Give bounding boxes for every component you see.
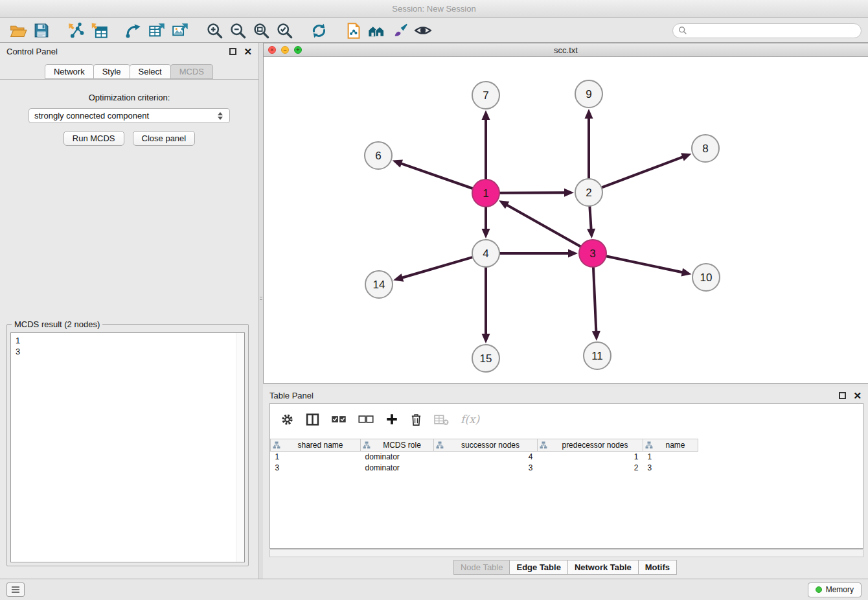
tab-node-table[interactable]: Node Table bbox=[453, 560, 510, 575]
duplicate-network-button[interactable] bbox=[341, 20, 365, 41]
close-table-panel-icon[interactable]: ✕ bbox=[853, 391, 862, 400]
graph-edge-1-2[interactable] bbox=[500, 192, 566, 193]
close-panel-button[interactable]: Close panel bbox=[133, 131, 196, 146]
create-column-button[interactable] bbox=[385, 413, 398, 426]
refresh-view-button[interactable] bbox=[307, 20, 330, 41]
window-titlebar[interactable]: Session: New Session bbox=[0, 0, 868, 18]
graph-node-11[interactable]: 11 bbox=[584, 342, 611, 369]
graph-edge-4-14[interactable] bbox=[401, 257, 472, 278]
search-input[interactable] bbox=[691, 26, 856, 36]
graph-edge-1-6[interactable] bbox=[400, 163, 472, 189]
control-panel: Control Panel ✕ NetworkStyleSelectMCDS O… bbox=[0, 43, 259, 579]
show-graphics-details-button[interactable] bbox=[411, 20, 435, 41]
float-table-panel-icon[interactable] bbox=[839, 392, 846, 399]
zoom-fit-button[interactable] bbox=[249, 20, 273, 41]
first-neighbors-button[interactable] bbox=[365, 20, 388, 41]
network-window-titlebar[interactable]: scc.txt × – + bbox=[264, 43, 868, 57]
mcds-result-box: MCDS result (2 nodes) 13 bbox=[6, 319, 249, 566]
table-toolbar: f(x) bbox=[270, 404, 863, 435]
unselect-all-columns-button[interactable] bbox=[358, 415, 374, 424]
table-row[interactable]: 1dominator411 bbox=[271, 452, 698, 463]
graph-node-3[interactable]: 3 bbox=[579, 240, 606, 267]
tab-network-table[interactable]: Network Table bbox=[567, 560, 639, 575]
graph-edge-2-8[interactable] bbox=[602, 156, 685, 187]
result-scrollbar-track[interactable] bbox=[236, 333, 244, 562]
graph-node-7[interactable]: 7 bbox=[472, 82, 499, 109]
column-header-predecessor-nodes[interactable]: predecessor nodes bbox=[538, 439, 643, 452]
graph-edge-3-1[interactable] bbox=[505, 204, 580, 246]
minimize-window-icon[interactable]: – bbox=[281, 46, 289, 54]
memory-button[interactable]: Memory bbox=[808, 583, 862, 597]
export-table-button[interactable] bbox=[145, 20, 168, 41]
tab-style[interactable]: Style bbox=[93, 64, 130, 79]
cell-name[interactable]: 1 bbox=[643, 452, 698, 463]
graph-node-15[interactable]: 15 bbox=[472, 345, 499, 372]
close-window-icon[interactable]: × bbox=[268, 46, 276, 54]
graph-edge-arrowhead bbox=[587, 229, 595, 238]
tab-mcds[interactable]: MCDS bbox=[170, 64, 213, 79]
open-session-button[interactable] bbox=[6, 20, 30, 41]
tab-network[interactable]: Network bbox=[45, 64, 94, 79]
graph-node-4[interactable]: 4 bbox=[472, 240, 499, 267]
graph-edge-3-11[interactable] bbox=[593, 268, 596, 333]
zoom-out-button[interactable] bbox=[226, 20, 249, 41]
search-field[interactable] bbox=[672, 23, 862, 38]
float-panel-icon[interactable] bbox=[229, 48, 236, 55]
graph-node-label: 11 bbox=[591, 350, 603, 362]
graph-node-9[interactable]: 9 bbox=[575, 80, 602, 108]
delete-column-button[interactable] bbox=[410, 413, 422, 426]
graph-edge-arrowhead bbox=[482, 110, 490, 120]
cell-predecessor-nodes[interactable]: 2 bbox=[538, 463, 643, 474]
table-settings-button[interactable] bbox=[280, 413, 294, 426]
close-panel-icon[interactable]: ✕ bbox=[244, 47, 252, 56]
export-image-button[interactable] bbox=[168, 20, 192, 41]
graph-node-8[interactable]: 8 bbox=[692, 135, 719, 162]
column-header-successor-nodes[interactable]: successor nodes bbox=[434, 439, 538, 452]
column-header-mcds-role[interactable]: MCDS role bbox=[361, 439, 434, 452]
network-canvas[interactable]: 7968124314101511 bbox=[264, 58, 868, 384]
import-table-button[interactable] bbox=[87, 20, 111, 41]
function-builder-button[interactable]: f(x) bbox=[461, 413, 479, 426]
table-row[interactable]: 3dominator323 bbox=[271, 463, 698, 474]
graph-node-6[interactable]: 6 bbox=[365, 142, 392, 169]
save-session-button[interactable] bbox=[30, 20, 53, 41]
optimization-dropdown[interactable]: strongly connected component bbox=[29, 108, 230, 123]
delete-table-button[interactable] bbox=[434, 413, 449, 426]
export-network-button[interactable] bbox=[122, 20, 145, 41]
zoom-window-icon[interactable]: + bbox=[294, 46, 302, 54]
cell-successor-nodes[interactable]: 4 bbox=[434, 452, 538, 463]
column-label: name bbox=[655, 441, 696, 450]
table-hscrollbar[interactable] bbox=[269, 549, 863, 557]
graph-node-10[interactable]: 10 bbox=[692, 264, 720, 291]
cell-shared-name[interactable]: 3 bbox=[271, 463, 361, 474]
cell-predecessor-nodes[interactable]: 1 bbox=[538, 452, 643, 463]
mcds-result-text[interactable]: 13 bbox=[10, 332, 245, 562]
zoom-selected-icon bbox=[276, 22, 293, 40]
graph-node-1[interactable]: 1 bbox=[472, 179, 499, 207]
column-header-name[interactable]: name bbox=[643, 439, 698, 452]
cell-mcds-role[interactable]: dominator bbox=[361, 452, 434, 463]
tab-select[interactable]: Select bbox=[130, 64, 171, 79]
tab-edge-table[interactable]: Edge Table bbox=[509, 560, 567, 575]
delete-table-icon bbox=[434, 413, 449, 426]
show-panels-button[interactable] bbox=[6, 583, 25, 597]
cell-mcds-role[interactable]: dominator bbox=[361, 463, 434, 474]
graph-edge-2-3[interactable] bbox=[589, 207, 591, 231]
apply-style-button[interactable] bbox=[388, 20, 411, 41]
cell-successor-nodes[interactable]: 3 bbox=[434, 463, 538, 474]
graph-edge-3-10[interactable] bbox=[607, 257, 684, 273]
zoom-in-button[interactable] bbox=[203, 20, 226, 41]
cell-name[interactable]: 3 bbox=[643, 463, 698, 474]
graph-edge-arrowhead bbox=[681, 153, 691, 161]
import-network-button[interactable] bbox=[64, 20, 87, 41]
graph-node-2[interactable]: 2 bbox=[575, 179, 602, 206]
graph-node-14[interactable]: 14 bbox=[365, 271, 393, 298]
column-header-shared-name[interactable]: shared name bbox=[271, 439, 361, 452]
node-table: shared nameMCDS rolesuccessor nodesprede… bbox=[270, 439, 863, 548]
select-all-columns-button[interactable] bbox=[331, 415, 347, 424]
show-columns-button[interactable] bbox=[306, 413, 319, 426]
zoom-selected-button[interactable] bbox=[273, 20, 296, 41]
cell-shared-name[interactable]: 1 bbox=[271, 452, 361, 463]
run-mcds-button[interactable]: Run MCDS bbox=[63, 131, 124, 146]
tab-motifs[interactable]: Motifs bbox=[638, 560, 677, 575]
